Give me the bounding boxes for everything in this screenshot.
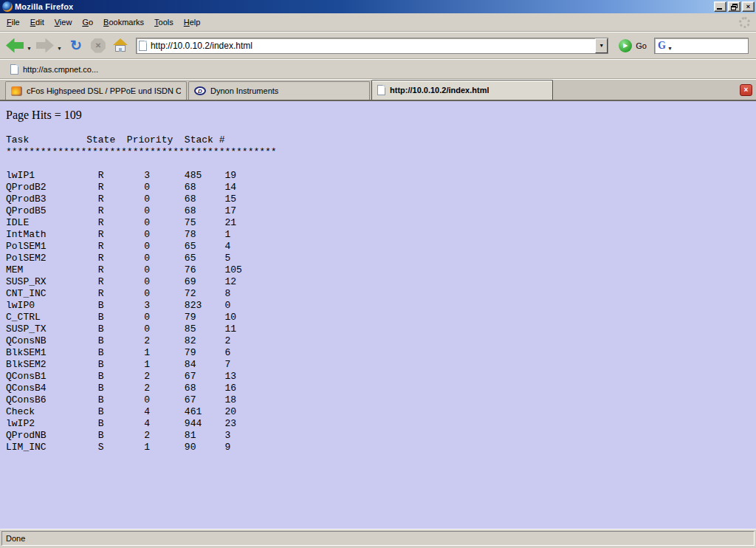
go-label: Go (636, 41, 647, 50)
tab-label: cFos Highspeed DSL / PPPoE und ISDN CAP.… (27, 86, 181, 95)
table-blank-line (6, 158, 750, 170)
table-row: SUSP_TX B 0 85 11 (6, 323, 750, 335)
table-row: QProdB5 R 0 68 17 (6, 205, 750, 217)
reload-button[interactable]: ↻ (66, 37, 86, 55)
menu-go[interactable]: Go (77, 16, 98, 29)
menu-view[interactable]: View (49, 16, 78, 29)
home-button[interactable] (111, 37, 130, 55)
back-button[interactable] (6, 38, 24, 53)
table-row: IntMath R 0 78 1 (6, 229, 750, 241)
search-bar[interactable]: G ▼ (654, 38, 749, 54)
page-icon (139, 41, 147, 51)
url-bar[interactable]: ▼ (136, 38, 608, 54)
menu-help[interactable]: Help (179, 16, 206, 29)
page-content: Page Hits = 109 Task State Priority Stac… (0, 101, 756, 529)
reload-icon: ↻ (70, 38, 82, 53)
task-table: Task State Priority Stack #*************… (6, 134, 750, 453)
tab-bar: cFos Highspeed DSL / PPPoE und ISDN CAP.… (0, 79, 756, 101)
bookmarks-toolbar: http://as.cmpnet.co... (0, 59, 756, 79)
go-button[interactable]: ▶ Go (614, 39, 651, 52)
dynon-favicon-icon: D (194, 86, 206, 95)
close-window-button[interactable]: × (742, 1, 755, 12)
close-tab-button[interactable]: × (740, 84, 752, 96)
restore-icon (731, 4, 738, 10)
forward-dropdown-icon[interactable]: ▼ (57, 46, 62, 51)
table-header-line: Task State Priority Stack # (6, 134, 750, 146)
table-row: BlkSEM1 B 1 79 6 (6, 347, 750, 359)
google-search-icon: G (658, 41, 666, 51)
page-hits-text: Page Hits = 109 (6, 109, 750, 122)
tab-index-active[interactable]: http://10.0.10.2/index.html (371, 80, 553, 100)
navigation-toolbar: ▼ ▼ ↻ ✕ ▼ ▶ Go G ▼ (0, 32, 756, 59)
menu-tools[interactable]: Tools (149, 16, 179, 29)
table-row: MEM R 0 76 105 (6, 264, 750, 276)
table-row: CNT_INC R 0 72 8 (6, 288, 750, 300)
minimize-button[interactable] (714, 1, 726, 12)
firefox-logo-icon (2, 1, 13, 12)
home-icon (112, 38, 128, 53)
cfos-favicon-icon (11, 86, 22, 96)
restore-button[interactable] (728, 1, 740, 12)
minimize-icon (717, 8, 722, 10)
menu-edit[interactable]: Edit (25, 16, 49, 29)
table-row: QConsB4 B 2 68 16 (6, 383, 750, 394)
table-row: QProdB2 R 0 68 14 (6, 182, 750, 193)
status-panel: Done (1, 531, 755, 546)
table-row: SUSP_RX R 0 69 12 (6, 276, 750, 288)
table-separator-line: ****************************************… (6, 146, 750, 158)
table-row: QProdNB B 2 81 3 (6, 430, 750, 442)
table-row: QConsNB B 2 82 2 (6, 335, 750, 347)
bookmark-page-icon (10, 64, 18, 75)
throbber-icon (739, 17, 750, 28)
table-row: PolSEM2 R 0 65 5 (6, 253, 750, 264)
table-row: Check B 4 461 20 (6, 406, 750, 418)
tab-cfos[interactable]: cFos Highspeed DSL / PPPoE und ISDN CAP.… (5, 81, 187, 100)
go-icon: ▶ (619, 39, 632, 52)
bookmark-label: http://as.cmpnet.co... (23, 65, 98, 74)
table-row: lwIP1 R 3 485 19 (6, 170, 750, 182)
url-dropdown-button[interactable]: ▼ (595, 38, 608, 53)
tab-dynon[interactable]: D Dynon Instruments (188, 81, 370, 100)
table-row: lwIP0 B 3 823 0 (6, 300, 750, 312)
back-dropdown-icon[interactable]: ▼ (27, 46, 32, 51)
menu-file[interactable]: File (1, 16, 25, 29)
table-row: BlkSEM2 B 1 84 7 (6, 359, 750, 371)
table-row: C_CTRL B 0 79 10 (6, 312, 750, 323)
window-title: Mozilla Firefox (15, 2, 712, 11)
search-input[interactable] (674, 41, 748, 51)
bookmark-item[interactable]: http://as.cmpnet.co... (7, 63, 101, 76)
table-row: LIM_INC S 1 90 9 (6, 442, 750, 453)
table-row: lwIP2 B 4 944 23 (6, 418, 750, 430)
tab-label: http://10.0.10.2/index.html (390, 86, 489, 95)
stop-icon: ✕ (91, 38, 106, 53)
status-text: Done (6, 534, 25, 543)
search-engine-dropdown-icon[interactable]: ▼ (667, 46, 673, 51)
menu-bookmarks[interactable]: Bookmarks (98, 16, 149, 29)
table-row: QConsB1 B 2 67 13 (6, 371, 750, 383)
tab-label: Dynon Instruments (210, 86, 278, 95)
table-row: IDLE R 0 75 21 (6, 217, 750, 229)
forward-button[interactable] (36, 38, 54, 53)
table-row: QProdB3 R 0 68 15 (6, 193, 750, 205)
table-row: QConsB6 B 0 67 18 (6, 394, 750, 406)
chevron-down-icon: ▼ (599, 43, 604, 48)
table-row: PolSEM1 R 0 65 4 (6, 241, 750, 253)
status-bar: Done (0, 529, 756, 548)
firefox-window: Mozilla Firefox × File Edit View Go Book… (0, 0, 756, 548)
title-bar: Mozilla Firefox × (0, 0, 756, 13)
url-input[interactable] (151, 41, 591, 51)
tab-page-icon (377, 85, 385, 95)
stop-button[interactable]: ✕ (89, 37, 108, 55)
menu-bar: File Edit View Go Bookmarks Tools Help (0, 13, 756, 32)
